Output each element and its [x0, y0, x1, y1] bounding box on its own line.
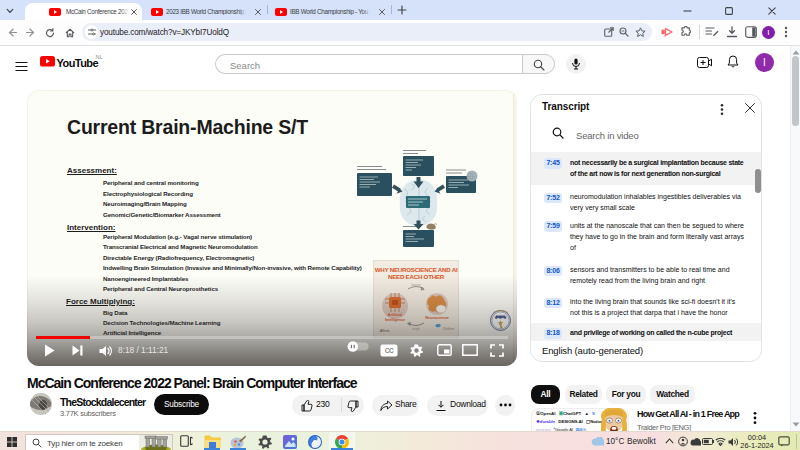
svg-text:CC: CC	[385, 347, 394, 354]
